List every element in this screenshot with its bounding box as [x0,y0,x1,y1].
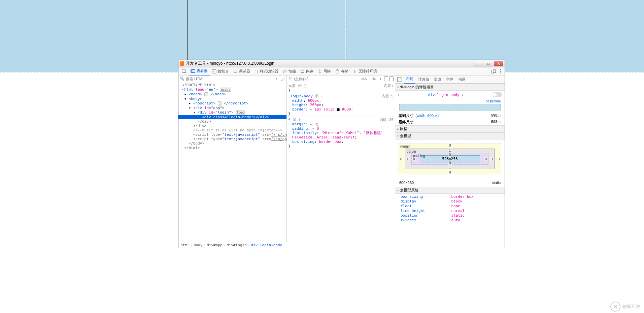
tab-network[interactable]: 网络 [315,67,333,75]
firefox-icon [180,61,184,66]
svg-point-6 [336,69,339,71]
prop-value[interactable]: block [451,199,500,204]
window-minimize-button[interactable]: — [474,61,483,66]
inline-source: 内联: [384,84,394,88]
color-swatch[interactable] [337,108,340,111]
prop-key[interactable]: box-sizing [401,194,449,199]
layout-tab[interactable]: 布局 [404,75,415,84]
element-dimensions: 600×260 [399,181,414,185]
breadcrumb-separator: › [190,243,194,247]
svg-rect-3 [212,69,216,73]
light-mode-icon[interactable] [384,76,388,81]
prop-value[interactable]: normal [451,209,500,213]
layout-icon-button[interactable] [397,77,402,82]
box-model-diagram[interactable]: margin 0000 border 1111 padding 0000 598… [395,139,505,178]
tab-inspector-label: 查看器 [197,68,208,73]
flex-section-header[interactable]: div#login 的弹性项目 [395,84,505,91]
element-section-label: 元素 [288,84,296,88]
eyedropper-button[interactable] [280,76,285,81]
basis-final-label[interactable]: basis/final [486,99,501,103]
tab-memory-label: 内存 [306,69,313,74]
tab-style-editor-label: 样式编辑器 [260,69,278,74]
flex-item-selector[interactable]: div.login-body ÷ [402,93,490,97]
brand-logo-label: 创新互联 [622,304,640,310]
styles-pane: :hov .cls + 元素 🞋 {内联: } .login-body 🞋 {内… [287,75,395,242]
tab-accessibility-label: 无障碍环境 [359,69,377,74]
fonts-tab[interactable]: 字体 [444,75,455,84]
tab-debugger-label: 调试器 [239,69,250,74]
prop-key[interactable]: display [401,199,449,204]
selected-dom-node[interactable]: <div class="login-body"></div> [178,115,286,119]
prop-value[interactable]: none [451,204,500,208]
dom-tree[interactable]: <!DOCTYPE html> <html lang="en"> event ▸… [178,82,286,242]
changes-tab[interactable]: 更改 [432,75,443,84]
cls-toggle[interactable]: .cls [370,77,377,81]
tab-storage[interactable]: 存储 [333,67,350,75]
tab-memory[interactable]: 内存 [298,67,315,75]
animations-tab[interactable]: 动画 [456,75,468,84]
html-search-input[interactable] [186,77,273,81]
add-element-button[interactable]: + [274,76,279,81]
prop-value[interactable]: border-box [451,194,500,199]
prop-value[interactable]: static [451,213,500,218]
html-tree-pane: 🔍 + <!DOCTYPE html> <html lang="en"> eve… [178,75,287,242]
tab-storage-label: 存储 [341,69,348,74]
style-filter-input[interactable] [294,77,359,81]
filter-icon [288,77,292,81]
toolbar-overflow-menu[interactable] [498,69,503,74]
window-maximize-button[interactable]: □ [484,61,493,66]
breadcrumb-item[interactable]: body [194,243,203,247]
window-titlebar[interactable]: 开发者工具 - mihoyo - http://127.0.0.1:8080/L… [178,60,505,67]
responsive-design-icon[interactable] [491,69,496,74]
tab-console-label: 控制台 [218,69,229,74]
rule-source[interactable]: 内联:9 [382,94,394,98]
new-rule-button[interactable]: + [378,76,383,81]
prop-key[interactable]: float [401,204,449,208]
tab-network-label: 网络 [324,69,331,74]
corner-brand: ✕ 创新互联 [610,302,640,312]
page-column-divider [346,0,347,60]
breadcrumb-item[interactable]: html [180,243,190,247]
breadcrumb-bar[interactable]: html›body›div#app›div#login›div.login-bo… [178,242,505,248]
breadcrumb-item[interactable]: div#login [227,243,247,247]
rule-source[interactable]: 内联:20 [379,118,394,122]
flex-basis-preview [399,104,501,111]
prop-key[interactable]: z-index [401,218,449,222]
svg-point-7 [354,70,355,71]
breadcrumb-separator: › [247,243,251,247]
rule-selector[interactable]: .login-body [288,94,313,98]
breadcrumb-separator: › [203,243,207,247]
pick-element-button[interactable] [180,67,189,75]
breadcrumb-item[interactable]: div#app [207,243,222,247]
hov-toggle[interactable]: :hov [360,77,368,81]
devtools-window: 开发者工具 - mihoyo - http://127.0.0.1:8080/L… [178,60,505,248]
computed-tab[interactable]: 计算值 [416,75,431,84]
window-close-button[interactable]: X [494,61,503,66]
tab-console[interactable]: 控制台 [210,67,231,75]
tab-style-editor[interactable]: { } 样式编辑器 [252,67,280,75]
breadcrumb-item[interactable]: div.login-body [251,243,282,247]
login-body-highlight [188,0,346,60]
devtools-tab-bar: 查看器 控制台 调试器 { } 样式编辑器 性能 内存 [178,67,505,75]
tab-performance-label: 性能 [289,69,296,74]
flex-overlay-toggle[interactable] [493,92,502,97]
flex-prev-button[interactable]: ‹ [398,92,400,97]
brand-logo-icon: ✕ [610,302,620,312]
svg-rect-2 [192,70,193,72]
tab-accessibility[interactable]: 无障碍环境 [350,67,379,75]
print-media-icon[interactable] [389,76,394,81]
prop-value[interactable]: auto [451,218,500,222]
boxmodel-section-header[interactable]: 盒模型 [395,132,505,139]
prop-key[interactable]: line-height [401,209,449,213]
tab-inspector[interactable]: 查看器 [189,67,210,75]
breadcrumb-separator: › [223,243,227,247]
tab-performance[interactable]: 性能 [280,67,298,75]
box-props-section-header[interactable]: 盒模型属性 [395,187,505,194]
grid-section-header[interactable]: 网格 [395,125,505,132]
svg-rect-5 [301,70,304,72]
layout-pane: 布局 计算值 更改 字体 动画 div#login 的弹性项目 ‹ div.lo… [395,75,505,242]
rule-selector[interactable]: * [288,118,291,122]
tab-debugger[interactable]: 调试器 [231,67,252,75]
prop-key[interactable]: position [401,213,449,218]
box-model-properties: box-sizingborder-boxdisplayblockfloatnon… [395,194,505,225]
